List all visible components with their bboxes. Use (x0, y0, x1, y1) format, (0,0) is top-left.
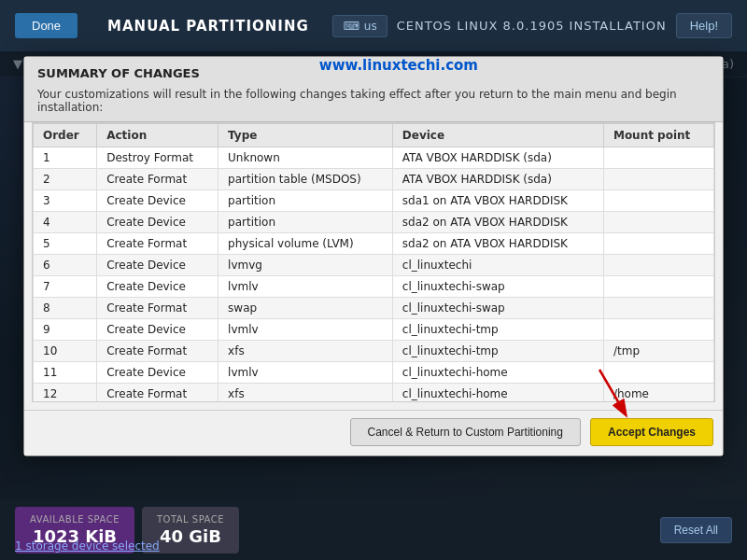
help-button[interactable]: Help! (676, 13, 732, 38)
app-title: MANUAL PARTITIONING (107, 18, 309, 35)
cell-mount (603, 212, 713, 233)
cell-type: lvmlv (218, 319, 393, 341)
cell-mount (603, 147, 713, 169)
cell-mount (603, 255, 713, 276)
cell-device: ATA VBOX HARDDISK (sda) (392, 169, 603, 190)
svg-line-1 (599, 370, 623, 410)
col-action: Action (97, 124, 218, 147)
cell-order: 4 (34, 212, 97, 233)
status-bar: AVAILABLE SPACE 1023 KiB TOTAL SPACE 40 … (0, 499, 747, 560)
cell-device: cl_linuxtechi-tmp (392, 341, 603, 362)
keyboard-symbol: ⌨ (343, 20, 359, 33)
top-header: Done MANUAL PARTITIONING ⌨ us CENTOS LIN… (0, 0, 747, 51)
red-arrow-icon (571, 365, 646, 421)
cell-device: sda2 on ATA VBOX HARDDISK (392, 212, 603, 233)
col-mount: Mount point (603, 124, 713, 147)
cell-type: partition (218, 190, 393, 212)
cell-device: ATA VBOX HARDDISK (sda) (392, 147, 603, 169)
done-button[interactable]: Done (15, 13, 78, 38)
modal-overlay: SUMMARY OF CHANGES www.linuxtechi.com Yo… (0, 51, 747, 560)
modal-title-row: SUMMARY OF CHANGES www.linuxtechi.com (37, 66, 710, 80)
table-row: 10Create Formatxfscl_linuxtechi-tmp/tmp (34, 341, 714, 362)
table-row: 3Create Devicepartitionsda1 on ATA VBOX … (34, 190, 714, 212)
table-row: 4Create Devicepartitionsda2 on ATA VBOX … (34, 212, 714, 233)
modal-header: SUMMARY OF CHANGES www.linuxtechi.com Yo… (24, 57, 723, 122)
cell-action: Create Device (97, 276, 218, 298)
cell-order: 5 (34, 233, 97, 255)
table-body: 1Destroy FormatUnknownATA VBOX HARDDISK … (34, 147, 714, 403)
cell-action: Create Device (97, 255, 218, 276)
cell-action: Create Device (97, 362, 218, 384)
cell-mount (603, 233, 713, 255)
table-row: 2Create Formatpartition table (MSDOS)ATA… (34, 169, 714, 190)
cell-order: 2 (34, 169, 97, 190)
accept-changes-button[interactable]: Accept Changes (590, 418, 713, 446)
total-space-value: 40 GiB (157, 526, 224, 546)
table-row: 6Create Devicelvmvgcl_linuxtechi (34, 255, 714, 276)
cell-action: Create Device (97, 319, 218, 341)
cell-device: cl_linuxtechi (392, 255, 603, 276)
cell-mount: /tmp (603, 341, 713, 362)
table-row: 7Create Devicelvmlvcl_linuxtechi-swap (34, 276, 714, 298)
modal-title: SUMMARY OF CHANGES (37, 66, 200, 80)
modal-brand: www.linuxtechi.com (319, 57, 478, 74)
table-row: 9Create Devicelvmlvcl_linuxtechi-tmp (34, 319, 714, 341)
cell-mount (603, 169, 713, 190)
changes-table-container: Order Action Type Device Mount point 1De… (32, 122, 715, 402)
cell-type: lvmvg (218, 255, 393, 276)
cell-mount (603, 276, 713, 298)
cell-type: xfs (218, 384, 393, 403)
cell-order: 10 (34, 341, 97, 362)
cell-order: 7 (34, 276, 97, 298)
total-space-label: TOTAL SPACE (157, 514, 224, 525)
cell-device: sda2 on ATA VBOX HARDDISK (392, 233, 603, 255)
cell-order: 6 (34, 255, 97, 276)
cell-mount (603, 298, 713, 319)
col-device: Device (392, 124, 603, 147)
cell-type: lvmlv (218, 362, 393, 384)
changes-table: Order Action Type Device Mount point 1De… (33, 123, 714, 402)
available-space-label: AVAILABLE SPACE (30, 514, 120, 525)
cell-action: Create Format (97, 298, 218, 319)
cell-action: Create Format (97, 169, 218, 190)
cell-type: Unknown (218, 147, 393, 169)
cell-order: 8 (34, 298, 97, 319)
cell-device: cl_linuxtechi-tmp (392, 319, 603, 341)
header-center: ⌨ us CENTOS LINUX 8.0.1905 INSTALLATION … (332, 13, 732, 38)
reset-all-button[interactable]: Reset All (660, 517, 732, 543)
cell-action: Destroy Format (97, 147, 218, 169)
storage-device-link[interactable]: 1 storage device selected (15, 539, 160, 553)
table-row: 5Create Formatphysical volume (LVM)sda2 … (34, 233, 714, 255)
table-row: 8Create Formatswapcl_linuxtechi-swap (34, 298, 714, 319)
cell-type: swap (218, 298, 393, 319)
cell-type: partition table (MSDOS) (218, 169, 393, 190)
cell-order: 12 (34, 384, 97, 403)
cell-action: Create Device (97, 212, 218, 233)
cell-device: sda1 on ATA VBOX HARDDISK (392, 190, 603, 212)
cell-mount (603, 190, 713, 212)
table-row: 1Destroy FormatUnknownATA VBOX HARDDISK … (34, 147, 714, 169)
cell-action: Create Device (97, 190, 218, 212)
cell-order: 1 (34, 147, 97, 169)
summary-modal: SUMMARY OF CHANGES www.linuxtechi.com Yo… (23, 56, 724, 456)
cell-action: Create Format (97, 233, 218, 255)
cell-order: 11 (34, 362, 97, 384)
cell-device: cl_linuxtechi-swap (392, 298, 603, 319)
cell-device: cl_linuxtechi-swap (392, 276, 603, 298)
modal-description: Your customizations will result in the f… (37, 88, 710, 114)
col-order: Order (34, 124, 97, 147)
cell-mount (603, 319, 713, 341)
cell-type: partition (218, 212, 393, 233)
keyboard-lang: us (364, 20, 377, 33)
keyboard-icon[interactable]: ⌨ us (332, 15, 387, 37)
cell-type: xfs (218, 341, 393, 362)
cell-order: 9 (34, 319, 97, 341)
cell-action: Create Format (97, 384, 218, 403)
install-title: CENTOS LINUX 8.0.1905 INSTALLATION (397, 19, 667, 33)
cancel-button[interactable]: Cancel & Return to Custom Partitioning (350, 418, 581, 446)
table-header: Order Action Type Device Mount point (34, 124, 714, 147)
cell-order: 3 (34, 190, 97, 212)
cell-type: lvmlv (218, 276, 393, 298)
main-area: ▼ New CentOS Linux 8.0.1905 Installation… (0, 51, 747, 560)
cell-type: physical volume (LVM) (218, 233, 393, 255)
